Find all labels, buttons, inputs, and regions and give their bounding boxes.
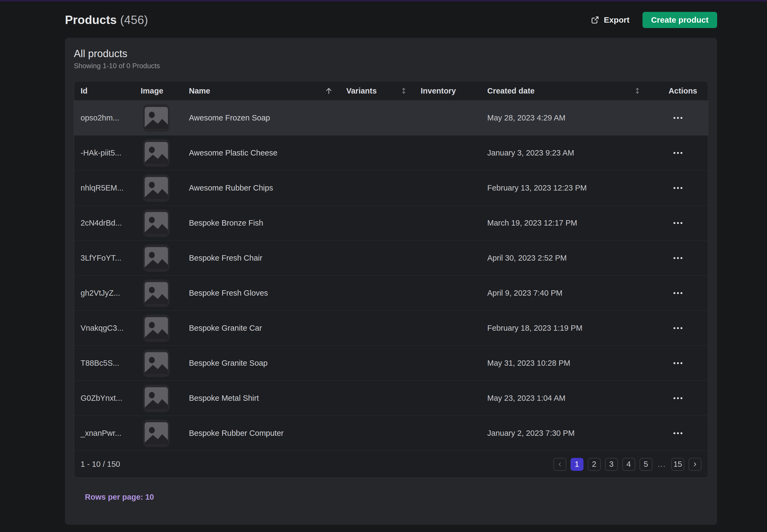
column-header-created-date[interactable]: Created date bbox=[481, 87, 648, 95]
table-footer: 1 - 10 / 150 1 2 3 4 5 ... 15 bbox=[74, 451, 708, 478]
product-created-date: January 3, 2023 9:23 AM bbox=[481, 148, 648, 157]
pagination-page-15[interactable]: 15 bbox=[671, 458, 684, 471]
table-row[interactable]: VnakqgC3... Bespoke Granite Car February… bbox=[74, 310, 708, 346]
product-name: Bespoke Fresh Chair bbox=[182, 254, 340, 262]
header-actions: Export Create product bbox=[590, 12, 717, 28]
product-image-placeholder-icon bbox=[143, 139, 170, 167]
product-created-date: May 28, 2023 4:29 AM bbox=[481, 113, 648, 122]
product-id: -HAk-piit5... bbox=[74, 148, 134, 157]
product-id: T88Bc5S... bbox=[74, 359, 134, 368]
card-subtitle: Showing 1-10 of 0 Products bbox=[74, 61, 708, 70]
export-icon bbox=[590, 15, 600, 25]
row-actions-button[interactable] bbox=[670, 358, 686, 368]
product-created-date: February 18, 2023 1:19 PM bbox=[481, 324, 648, 333]
export-button[interactable]: Export bbox=[590, 15, 630, 25]
product-created-date: April 9, 2023 7:40 PM bbox=[481, 289, 648, 298]
row-actions-button[interactable] bbox=[670, 288, 686, 298]
product-id: 2cN4drBd... bbox=[74, 219, 134, 227]
table-row[interactable]: 3LfYFoYT... Bespoke Fresh Chair April 30… bbox=[74, 240, 708, 275]
row-actions-button[interactable] bbox=[670, 148, 686, 158]
row-actions-button[interactable] bbox=[670, 183, 686, 193]
create-product-button[interactable]: Create product bbox=[642, 12, 717, 28]
row-actions-button[interactable] bbox=[670, 218, 686, 228]
products-table: Id Image Name Variants Inventory Created… bbox=[74, 81, 708, 478]
row-actions-button[interactable] bbox=[670, 323, 686, 333]
card-title: All products bbox=[74, 47, 708, 60]
table-row[interactable]: nhlqR5EM... Awesome Rubber Chips Februar… bbox=[74, 170, 708, 205]
row-actions-button[interactable] bbox=[670, 429, 686, 438]
all-products-card: All products Showing 1-10 of 0 Products … bbox=[65, 38, 717, 525]
table-row[interactable]: -HAk-piit5... Awesome Plastic Cheese Jan… bbox=[74, 135, 708, 170]
page-title-text: Products bbox=[65, 13, 117, 26]
product-image-placeholder-icon bbox=[143, 420, 170, 447]
product-created-date: March 19, 2023 12:17 PM bbox=[481, 219, 648, 227]
product-name: Bespoke Granite Car bbox=[182, 324, 340, 333]
table-row[interactable]: T88Bc5S... Bespoke Granite Soap May 31, … bbox=[74, 346, 708, 381]
table-row[interactable]: _xnanPwr... Bespoke Rubber Computer Janu… bbox=[74, 416, 708, 451]
column-header-name[interactable]: Name bbox=[182, 86, 340, 95]
pagination-page-1[interactable]: 1 bbox=[571, 458, 583, 471]
product-name: Awesome Rubber Chips bbox=[182, 184, 340, 192]
row-actions-button[interactable] bbox=[670, 393, 686, 403]
products-count: (456) bbox=[120, 13, 148, 26]
page-header: Products (456) Export Create product bbox=[65, 12, 717, 28]
sort-both-icon[interactable] bbox=[633, 87, 641, 95]
column-header-image: Image bbox=[134, 87, 182, 95]
sort-ascending-icon[interactable] bbox=[324, 86, 333, 95]
product-id: 3LfYFoYT... bbox=[74, 254, 134, 262]
table-row[interactable]: gh2VtJyZ... Bespoke Fresh Gloves April 9… bbox=[74, 275, 708, 310]
table-row[interactable]: G0ZbYnxt... Bespoke Metal Shirt May 23, … bbox=[74, 381, 708, 416]
product-created-date: January 2, 2023 7:30 PM bbox=[481, 429, 648, 438]
pagination-next-button[interactable] bbox=[689, 458, 702, 471]
chevron-left-icon bbox=[556, 461, 563, 468]
top-accent-bar bbox=[0, 0, 767, 2]
product-id: gh2VtJyZ... bbox=[74, 289, 134, 298]
product-image-placeholder-icon bbox=[143, 174, 170, 202]
rows-per-page-selector[interactable]: Rows per page: 10 bbox=[85, 493, 154, 502]
row-actions-button[interactable] bbox=[670, 113, 686, 123]
product-name: Bespoke Granite Soap bbox=[182, 359, 340, 368]
column-header-id: Id bbox=[74, 87, 134, 95]
product-name: Bespoke Rubber Computer bbox=[182, 429, 340, 438]
pagination-prev-button[interactable] bbox=[553, 458, 566, 471]
product-id: opso2hm... bbox=[74, 113, 134, 122]
chevron-right-icon bbox=[692, 461, 699, 468]
product-created-date: May 23, 2023 1:04 AM bbox=[481, 394, 648, 403]
pagination-page-5[interactable]: 5 bbox=[640, 458, 652, 471]
product-name: Awesome Frozen Soap bbox=[182, 113, 340, 122]
pagination-page-3[interactable]: 3 bbox=[605, 458, 618, 471]
product-id: VnakqgC3... bbox=[74, 324, 134, 333]
product-name: Bespoke Bronze Fish bbox=[182, 219, 340, 227]
product-created-date: February 13, 2023 12:23 PM bbox=[481, 184, 648, 192]
products-page: Products (456) Export Create product All… bbox=[0, 0, 767, 532]
column-header-variants[interactable]: Variants bbox=[340, 87, 414, 95]
page-title: Products (456) bbox=[65, 13, 148, 27]
column-header-inventory: Inventory bbox=[414, 87, 481, 95]
product-id: _xnanPwr... bbox=[74, 429, 134, 438]
product-image-placeholder-icon bbox=[143, 350, 170, 377]
product-image-placeholder-icon bbox=[143, 104, 170, 132]
pagination: 1 2 3 4 5 ... 15 bbox=[553, 458, 702, 471]
product-image-placeholder-icon bbox=[143, 385, 170, 412]
product-image-placeholder-icon bbox=[143, 279, 170, 307]
product-image-placeholder-icon bbox=[143, 244, 170, 272]
product-id: nhlqR5EM... bbox=[74, 184, 134, 192]
product-created-date: April 30, 2023 2:52 PM bbox=[481, 254, 648, 262]
table-header-row: Id Image Name Variants Inventory Created… bbox=[74, 81, 708, 100]
sort-both-icon[interactable] bbox=[400, 87, 408, 95]
table-row[interactable]: opso2hm... Awesome Frozen Soap May 28, 2… bbox=[74, 100, 708, 135]
table-row[interactable]: 2cN4drBd... Bespoke Bronze Fish March 19… bbox=[74, 205, 708, 240]
pagination-range: 1 - 10 / 150 bbox=[81, 460, 120, 469]
export-label: Export bbox=[604, 15, 630, 25]
pagination-ellipsis: ... bbox=[657, 460, 667, 469]
product-name: Bespoke Fresh Gloves bbox=[182, 289, 340, 298]
product-name: Awesome Plastic Cheese bbox=[182, 148, 340, 157]
product-image-placeholder-icon bbox=[143, 209, 170, 237]
product-created-date: May 31, 2023 10:28 PM bbox=[481, 359, 648, 368]
product-name: Bespoke Metal Shirt bbox=[182, 394, 340, 403]
product-id: G0ZbYnxt... bbox=[74, 394, 134, 403]
pagination-page-2[interactable]: 2 bbox=[588, 458, 601, 471]
pagination-page-4[interactable]: 4 bbox=[622, 458, 635, 471]
product-image-placeholder-icon bbox=[143, 315, 170, 342]
row-actions-button[interactable] bbox=[670, 253, 686, 263]
